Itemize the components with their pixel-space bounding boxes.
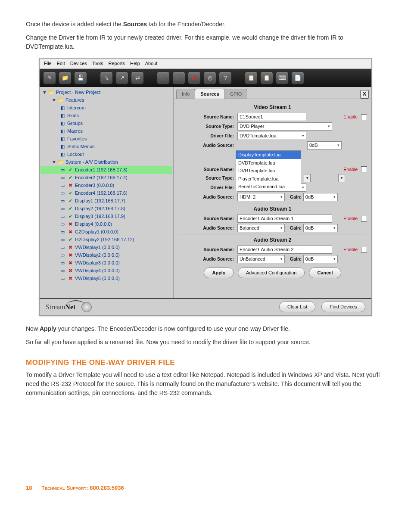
menu-file[interactable]: File: [44, 60, 52, 67]
audio-source-name-input[interactable]: Encoder1 Audio Stream 1: [237, 215, 332, 223]
enable-checkbox[interactable]: [361, 216, 367, 222]
gain-select[interactable]: 0dB: [303, 193, 338, 201]
tree-device-item[interactable]: ▭✔Display2 (192.168.17.8): [40, 205, 172, 213]
audio-source-name-input[interactable]: Encoder1 Audio Stream 2: [237, 246, 332, 254]
menu-reports[interactable]: Reports: [109, 60, 125, 67]
tree-feature-item[interactable]: ◧Static Menus: [40, 143, 172, 151]
toolbar-btn[interactable]: 📋: [245, 72, 258, 84]
dropdown-option[interactable]: DisplayTemplate.lua: [236, 151, 301, 159]
toolbar-btn[interactable]: 💾: [74, 72, 87, 84]
toolbar-btn[interactable]: IR: [188, 72, 201, 84]
clear-list-button[interactable]: Clear List: [279, 302, 315, 312]
gain-select[interactable]: 0dB: [303, 255, 338, 263]
dropdown-option[interactable]: SerialToCommand.lua: [236, 183, 301, 191]
tree-root[interactable]: ▼📁 Project - New Project: [40, 89, 172, 96]
label: Audio Source:: [178, 256, 236, 263]
tree-device-item[interactable]: ▭✔Display3 (192.168.17.9): [40, 213, 172, 221]
label: Gain:: [290, 194, 302, 201]
tab-info[interactable]: Info: [176, 89, 195, 99]
brand-logo: StreamNet: [46, 302, 75, 312]
gain-select[interactable]: 0dB: [303, 224, 338, 232]
toolbar-btn[interactable]: ◎: [203, 72, 216, 84]
label: Gain:: [290, 256, 302, 263]
tree-feature-item[interactable]: ◧Lockout: [40, 151, 172, 159]
menu-help[interactable]: Help: [130, 60, 140, 67]
tree-device-item[interactable]: ▭✔Encoder1 (192.168.17.3): [40, 166, 172, 174]
label: Source Name:: [178, 246, 236, 253]
tech-support: Technical Support: 800.283.5936: [41, 485, 124, 491]
find-devices-button[interactable]: Find Devices: [321, 302, 365, 312]
chevron-down-icon[interactable]: ▾: [338, 174, 345, 182]
menu-tools[interactable]: Tools: [92, 60, 103, 67]
toolbar-btn[interactable]: ↘: [100, 72, 113, 84]
audio-source-select[interactable]: HDMI 2: [237, 193, 285, 201]
label: Source Name:: [178, 166, 236, 173]
menu-devices[interactable]: Devices: [70, 60, 87, 67]
paragraph-modify: To modify a Driver Template you will nee…: [26, 370, 385, 398]
enable-checkbox[interactable]: [361, 247, 367, 253]
toolbar-btn[interactable]: ⌨: [276, 72, 289, 84]
dropdown-option[interactable]: DVDTemplate.lua: [236, 159, 301, 167]
tree-feature-item[interactable]: ◧Favorites: [40, 135, 172, 143]
page-number: 18: [26, 485, 32, 491]
toolbar-btn[interactable]: ↗: [115, 72, 128, 84]
advanced-config-button[interactable]: Advanced Configuration: [238, 268, 305, 278]
label: Source Name:: [178, 215, 236, 222]
enable-checkbox[interactable]: [361, 114, 367, 120]
tree-feature-item[interactable]: ◧Macros: [40, 128, 172, 135]
driver-file-select[interactable]: DVDTemplate.lua: [237, 132, 306, 140]
tree-device-item[interactable]: ▭✔Encoder2 (192.168.17.4): [40, 174, 172, 182]
toolbar-btn[interactable]: 📁: [59, 72, 72, 84]
label: Source Type:: [178, 175, 236, 182]
apply-button[interactable]: Apply: [204, 268, 234, 278]
gain-select[interactable]: 0dB: [307, 141, 342, 149]
chevron-down-icon[interactable]: ▾: [304, 174, 311, 182]
toolbar-btn[interactable]: ➕: [172, 72, 185, 84]
tree-device-item[interactable]: ▭✔G2Display2 (192.168.17.12): [40, 236, 172, 244]
source-type-select[interactable]: DVD Player: [237, 122, 332, 131]
toolbar-btn[interactable]: ✎: [43, 72, 56, 84]
menubar: File Edit Devices Tools Reports Help Abo…: [40, 59, 371, 69]
tree-feature-item[interactable]: ◧Groups: [40, 120, 172, 128]
sources-form: Video Stream 1 Source Name: E1Source1 En…: [174, 99, 371, 298]
toolbar-btn[interactable]: ➕: [157, 72, 170, 84]
tab-sources[interactable]: Sources: [195, 89, 224, 99]
close-icon[interactable]: X: [360, 90, 369, 99]
tab-gpio[interactable]: GPIO: [224, 89, 248, 99]
tree-device-item[interactable]: ▭✖VWDisplay4 (0.0.0.0): [40, 267, 172, 275]
menu-about[interactable]: About: [145, 60, 158, 67]
tree-device-item[interactable]: ▭✖VWDisplay5 (0.0.0.0): [40, 275, 172, 283]
tree-device-item[interactable]: ▭✖G2Display1 (0.0.0.0): [40, 228, 172, 236]
tree-device-item[interactable]: ▭✔Display1 (192.168.17.7): [40, 197, 172, 205]
toolbar-btn[interactable]: ⇄: [131, 72, 144, 84]
tree-feature-item[interactable]: ◧Intercom: [40, 104, 172, 112]
dropdown-option[interactable]: DVRTemplate.lua: [236, 167, 301, 175]
status-bar: StreamNet Clear List Find Devices: [40, 298, 371, 315]
toolbar-btn[interactable]: 📋: [260, 72, 273, 84]
enable-toggle[interactable]: Enable: [343, 215, 358, 222]
audio-source-select[interactable]: UnBalanced: [237, 255, 285, 263]
toolbar-btn[interactable]: ?: [219, 72, 232, 84]
toolbar-btn[interactable]: 📄: [291, 72, 304, 84]
tree-device-item[interactable]: ▭✖VWDisplay2 (0.0.0.0): [40, 252, 172, 259]
project-tree[interactable]: ▼📁 Project - New Project ▼📁 Features ◧In…: [40, 87, 174, 298]
audio-source-select[interactable]: Balanced: [237, 224, 285, 232]
tree-device-item[interactable]: ▭✖VWDisplay1 (0.0.0.0): [40, 244, 172, 252]
tree-device-item[interactable]: ▭✖Display4 (0.0.0.0): [40, 221, 172, 228]
tree-device-item[interactable]: ▭✔Encoder4 (192.168.17.6): [40, 190, 172, 197]
enable-checkbox[interactable]: [361, 166, 367, 172]
tree-device-item[interactable]: ▭✖Encoder3 (0.0.0.0): [40, 182, 172, 190]
enable-toggle[interactable]: Enable: [343, 246, 358, 253]
menu-edit[interactable]: Edit: [57, 60, 65, 67]
enable-toggle[interactable]: Enable: [343, 114, 358, 121]
driver-file-dropdown[interactable]: DisplayTemplate.lua DVDTemplate.lua DVRT…: [236, 150, 301, 191]
source-name-input[interactable]: E1Source1: [237, 113, 306, 121]
label: Gain:: [290, 225, 302, 232]
dropdown-option[interactable]: PlayerTemplate.lua: [236, 175, 301, 183]
tree-features[interactable]: ▼📁 Features: [40, 96, 172, 104]
tree-system[interactable]: ▼📁 System - A/V Distribution: [40, 159, 172, 166]
enable-toggle[interactable]: Enable: [343, 166, 358, 173]
tree-device-item[interactable]: ▭✖VWDisplay3 (0.0.0.0): [40, 259, 172, 267]
cancel-button[interactable]: Cancel: [309, 268, 341, 278]
tree-feature-item[interactable]: ◧Skins: [40, 112, 172, 120]
